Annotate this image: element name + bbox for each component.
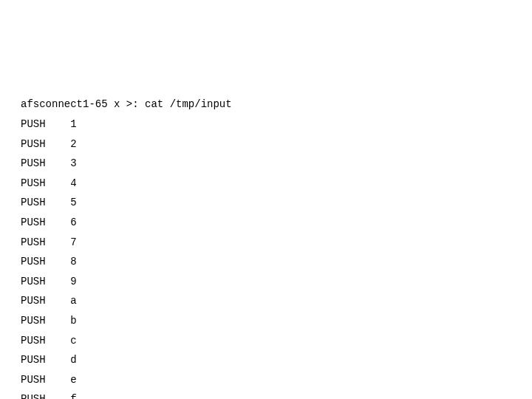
output-row: PUSH 3 [21, 157, 77, 169]
output-row: PUSH 7 [21, 236, 77, 248]
terminal-line: afsconnect1-65 x >: cat /tmp/input [21, 95, 511, 115]
terminal-line: PUSH 9 [21, 272, 511, 292]
terminal-line: PUSH 8 [21, 252, 511, 272]
output-row: PUSH 1 [21, 118, 77, 130]
output-row: PUSH 5 [21, 197, 77, 208]
terminal-line: PUSH 7 [21, 233, 511, 253]
terminal-line: PUSH c [21, 331, 511, 351]
terminal-line: PUSH 1 [21, 115, 511, 134]
output-row: PUSH 9 [21, 276, 77, 287]
terminal-line: PUSH d [21, 350, 511, 370]
shell-command: cat /tmp/input [139, 98, 232, 110]
terminal-line: PUSH 6 [21, 213, 511, 233]
output-row: PUSH 8 [21, 256, 77, 267]
terminal-line: PUSH e [21, 370, 511, 390]
shell-prompt: afsconnect1-65 x >: [21, 98, 139, 110]
terminal-line: PUSH a [21, 291, 511, 311]
terminal-session[interactable]: afsconnect1-65 x >: cat /tmp/inputPUSH 1… [21, 95, 511, 399]
output-row: PUSH f [21, 393, 77, 399]
output-row: PUSH e [21, 374, 77, 386]
terminal-line: PUSH b [21, 311, 511, 331]
terminal-line: PUSH 3 [21, 154, 511, 174]
terminal-line: PUSH f [21, 389, 511, 399]
terminal-line: PUSH 2 [21, 134, 511, 154]
output-row: PUSH a [21, 295, 77, 307]
output-row: PUSH 6 [21, 216, 77, 228]
terminal-line: PUSH 4 [21, 174, 511, 194]
output-row: PUSH d [21, 354, 77, 366]
output-row: PUSH c [21, 335, 77, 347]
output-row: PUSH 4 [21, 177, 77, 189]
terminal-line: PUSH 5 [21, 193, 511, 213]
output-row: PUSH 2 [21, 138, 77, 150]
output-row: PUSH b [21, 315, 77, 327]
